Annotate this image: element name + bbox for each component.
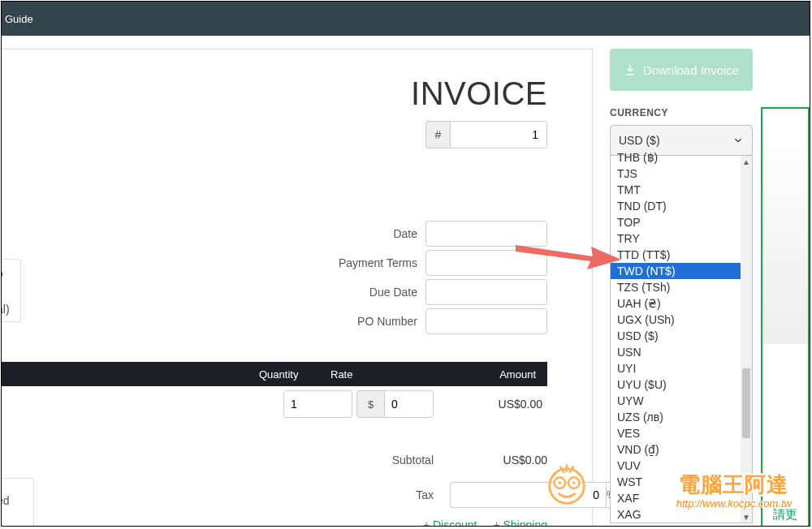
currency-option[interactable]: USN [611,344,752,360]
date-label: Date [312,227,417,240]
invoice-title: INVOICE [411,75,547,112]
scroll-down-button[interactable]: ▼ [741,511,752,523]
amount-cell: US$0.00 [438,398,547,411]
col-qty: Quantity [259,368,320,381]
currency-option[interactable]: XAF [611,490,752,506]
due-date-label: Due Date [312,286,417,299]
currency-option[interactable]: TTD (TT$) [611,247,752,263]
currency-option[interactable]: TWD (NT$) [611,263,752,279]
currency-option[interactable]: WST [611,474,752,490]
currency-option[interactable]: UYU ($U) [611,376,752,393]
currency-option[interactable]: USD ($) [611,328,752,344]
currency-option[interactable]: UGX (USh) [611,312,752,328]
currency-option[interactable]: THB (฿) [611,149,752,166]
invoice-number-input[interactable] [450,121,547,148]
rate-currency-prefix: $ [356,390,384,418]
col-amount: Amount [471,368,536,381]
currency-option[interactable]: VES [611,425,752,441]
currency-option[interactable]: VUV [611,458,752,474]
currency-select[interactable]: USD ($) THB (฿)TJSTMTTND (DT)TOPTRYTTD (… [610,125,753,156]
col-rate: Rate [330,368,379,381]
partial-text: ed [1,494,10,507]
add-shipping-link[interactable]: + Shipping [493,518,547,527]
ad-person-image [761,133,810,344]
tax-input[interactable] [450,482,606,508]
currency-option[interactable]: TZS (TSh) [611,279,752,295]
terms-label: Payment Terms [312,256,417,269]
payment-terms-input[interactable] [425,250,547,276]
currency-option[interactable]: UYI [611,360,752,376]
currency-option[interactable]: UYW [611,393,752,409]
currency-option[interactable]: TRY [611,230,752,247]
tax-label: Tax [361,488,434,501]
guide-link[interactable]: Guide [5,13,33,25]
chevron-down-icon [732,135,744,146]
currency-option[interactable]: UZS (лв) [611,409,752,425]
scroll-thumb[interactable] [742,368,750,438]
invoice-number-field: # [425,121,547,148]
rate-input[interactable] [384,390,434,418]
number-hash-icon: # [425,121,450,148]
top-bar: Guide [2,2,810,36]
po-number-label: PO Number [312,315,417,328]
partial-text: o [1,267,3,280]
currency-option[interactable]: TMT [611,182,752,198]
items-header: Quantity Rate Amount [1,362,547,386]
item-row: $ US$0.00 [1,389,547,419]
download-icon [624,63,637,76]
dropdown-scrollbar[interactable]: ▲ ▼ [741,156,752,523]
currency-option[interactable]: TND (DT) [611,198,752,214]
due-date-input[interactable] [425,279,547,305]
qty-input[interactable] [283,390,352,418]
date-input[interactable] [425,221,547,247]
scroll-up-button[interactable]: ▲ [741,156,752,167]
subtotal-label: Subtotal [361,454,434,467]
download-label: Download Invoice [643,63,739,77]
invoice-card: INVOICE # o al) ed Date Payment Terms Du… [1,49,593,527]
currency-option[interactable]: UAH (₴) [611,295,752,312]
partial-text: al) [1,303,10,316]
add-discount-link[interactable]: + Discount [423,518,477,527]
ad-banner[interactable]: 請更 [761,107,810,527]
currency-selected-value: USD ($) [619,134,660,147]
currency-option[interactable]: TOP [611,214,752,230]
currency-option[interactable]: VND (₫) [611,441,752,458]
po-number-input[interactable] [425,308,547,334]
ad-cta-text: 請更 [773,507,797,523]
currency-option-list[interactable]: THB (฿)TJSTMTTND (DT)TOPTRYTTD (TT$)TWD … [610,155,753,523]
subtotal-value: US$0.00 [450,454,547,467]
currency-option[interactable]: TJS [611,166,752,182]
download-invoice-button[interactable]: Download Invoice [610,49,753,91]
currency-option[interactable]: XAG [611,506,752,523]
